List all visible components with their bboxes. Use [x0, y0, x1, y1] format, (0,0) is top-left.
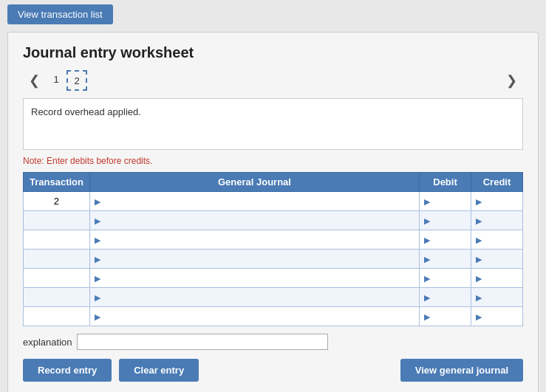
credit-cell[interactable]: ▶ — [471, 250, 523, 269]
credit-cell[interactable]: ▶ — [471, 211, 523, 230]
general-journal-cell[interactable]: ▶ — [89, 269, 419, 288]
table-header-row: Transaction General Journal Debit Credit — [24, 173, 523, 192]
transaction-cell[interactable] — [24, 307, 90, 326]
cell-arrow-debit: ▶ — [423, 197, 430, 206]
debit-cell[interactable]: ▶ — [420, 288, 471, 307]
general-journal-cell[interactable]: ▶ — [89, 288, 419, 307]
cell-arrow-gj: ▶ — [93, 216, 100, 225]
col-debit: Debit — [420, 173, 471, 192]
cell-arrow-debit: ▶ — [423, 255, 430, 264]
view-transaction-button[interactable]: View transaction list — [7, 4, 113, 24]
cell-arrow-gj: ▶ — [93, 312, 100, 321]
col-general-journal: General Journal — [89, 173, 419, 192]
debit-cell[interactable]: ▶ — [420, 250, 471, 269]
cell-arrow-debit: ▶ — [423, 216, 430, 225]
view-general-journal-button[interactable]: View general journal — [400, 359, 523, 382]
debit-cell[interactable]: ▶ — [420, 269, 471, 288]
debit-cell[interactable]: ▶ — [420, 211, 471, 230]
cell-arrow-credit: ▶ — [474, 312, 482, 321]
next-page-button[interactable]: ❯ — [500, 72, 523, 89]
general-journal-cell[interactable]: ▶ — [89, 230, 419, 250]
table-row: ▶▶▶ — [24, 250, 523, 269]
debit-cell[interactable]: ▶ — [420, 307, 471, 326]
main-panel: Journal entry worksheet ❮ 1 2 ❯ Record o… — [7, 32, 539, 392]
transaction-cell[interactable] — [24, 230, 90, 250]
cell-arrow-credit: ▶ — [474, 274, 482, 283]
cell-arrow-credit: ▶ — [474, 235, 482, 244]
worksheet-title: Journal entry worksheet — [23, 44, 523, 61]
record-entry-button[interactable]: Record entry — [23, 359, 112, 382]
general-journal-cell[interactable]: ▶ — [89, 250, 419, 269]
buttons-row: Record entry Clear entry View general jo… — [23, 359, 523, 382]
cell-arrow-debit: ▶ — [423, 235, 430, 244]
cell-arrow-credit: ▶ — [474, 216, 482, 225]
credit-cell[interactable]: ▶ — [471, 269, 523, 288]
general-journal-cell[interactable]: ▶ — [89, 192, 419, 211]
journal-tbody: 2▶▶▶▶▶▶▶▶▶▶▶▶▶▶▶▶▶▶▶▶▶ — [24, 192, 523, 326]
table-row: 2▶▶▶ — [24, 192, 523, 211]
cell-arrow-gj: ▶ — [93, 197, 100, 206]
credit-cell[interactable]: ▶ — [471, 230, 523, 250]
description-box: Record overhead applied. — [23, 98, 523, 150]
cell-arrow-gj: ▶ — [93, 255, 100, 264]
col-transaction: Transaction — [24, 173, 90, 192]
note-text: Note: Enter debits before credits. — [23, 156, 523, 166]
pagination: ❮ 1 2 ❯ — [23, 70, 523, 91]
debit-cell[interactable]: ▶ — [420, 230, 471, 250]
cell-arrow-debit: ▶ — [423, 293, 430, 302]
transaction-cell[interactable] — [24, 250, 90, 269]
credit-cell[interactable]: ▶ — [471, 307, 523, 326]
explanation-input[interactable] — [77, 334, 328, 350]
cell-arrow-debit: ▶ — [423, 274, 430, 283]
page-2[interactable]: 2 — [66, 70, 87, 91]
debit-cell[interactable]: ▶ — [420, 192, 471, 211]
table-row: ▶▶▶ — [24, 307, 523, 326]
transaction-cell[interactable] — [24, 269, 90, 288]
page-1[interactable]: 1 — [46, 70, 66, 91]
general-journal-cell[interactable]: ▶ — [89, 211, 419, 230]
general-journal-cell[interactable]: ▶ — [89, 307, 419, 326]
credit-cell[interactable]: ▶ — [471, 192, 523, 211]
cell-arrow-gj: ▶ — [93, 235, 100, 244]
explanation-row: explanation — [23, 334, 523, 350]
journal-table: Transaction General Journal Debit Credit… — [23, 172, 523, 326]
credit-cell[interactable]: ▶ — [471, 288, 523, 307]
explanation-label: explanation — [23, 337, 72, 348]
cell-arrow-debit: ▶ — [423, 312, 430, 321]
cell-arrow-credit: ▶ — [474, 293, 482, 302]
table-row: ▶▶▶ — [24, 230, 523, 250]
table-row: ▶▶▶ — [24, 269, 523, 288]
cell-arrow-credit: ▶ — [474, 197, 482, 206]
transaction-cell[interactable]: 2 — [24, 192, 90, 211]
clear-entry-button[interactable]: Clear entry — [119, 359, 199, 382]
top-bar: View transaction list — [0, 0, 546, 29]
cell-arrow-gj: ▶ — [93, 293, 100, 302]
table-row: ▶▶▶ — [24, 288, 523, 307]
transaction-cell[interactable] — [24, 288, 90, 307]
cell-arrow-credit: ▶ — [474, 255, 482, 264]
prev-page-button[interactable]: ❮ — [23, 72, 46, 89]
col-credit: Credit — [471, 173, 523, 192]
cell-arrow-gj: ▶ — [93, 274, 100, 283]
table-row: ▶▶▶ — [24, 211, 523, 230]
transaction-cell[interactable] — [24, 211, 90, 230]
